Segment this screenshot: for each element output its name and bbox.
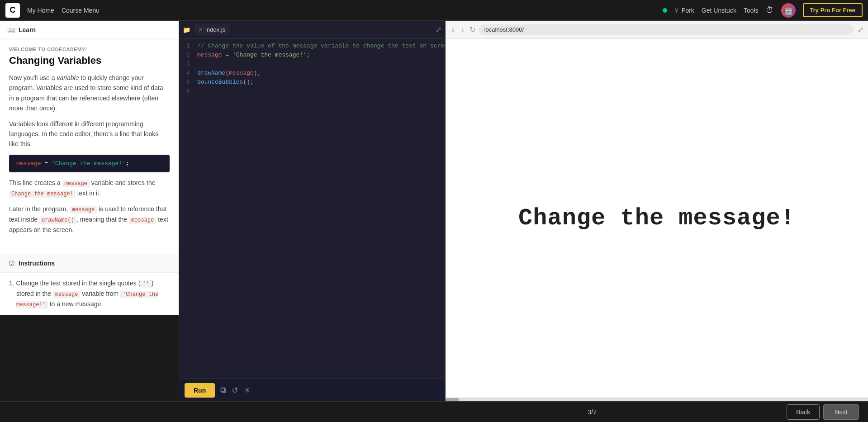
divider	[9, 241, 170, 241]
tools-button[interactable]: Tools	[744, 7, 759, 14]
editor-tabs: 📁 ✕ index.js ⤢	[179, 21, 445, 39]
run-button[interactable]: Run	[185, 383, 215, 398]
clock-icon[interactable]: ⏱	[766, 5, 774, 15]
status-dot	[663, 8, 667, 13]
top-nav: C My Home Course Menu ⑂ Fork Get Unstuck…	[0, 0, 868, 21]
editor-toolbar: Run ⧉ ↺ ✳	[179, 379, 445, 401]
instructions-header: ☑ Instructions	[0, 254, 179, 272]
line-code-2: message = 'Change the message!';	[197, 52, 310, 58]
line-number-5: 5	[179, 79, 197, 85]
line-number-4: 4	[179, 70, 197, 76]
copy-icon[interactable]: ⧉	[220, 385, 226, 395]
preview-scrollbar-thumb[interactable]	[446, 398, 459, 401]
folder-icon[interactable]: 📁	[183, 26, 190, 33]
preview-expand-icon[interactable]: ⤢	[858, 25, 863, 34]
code-line-1: 1 // Change the value of the message var…	[179, 43, 445, 52]
tab-filename: index.js	[205, 26, 225, 33]
preview-back-button[interactable]: ‹	[450, 24, 456, 36]
book-icon: 📖	[7, 26, 15, 33]
editor-tab-indexjs[interactable]: ✕ index.js	[194, 24, 230, 35]
course-menu-link[interactable]: Course Menu	[62, 7, 100, 14]
progress-label: 3/7	[398, 408, 787, 416]
code-editor: 📁 ✕ index.js ⤢ 1 // Change the value of …	[179, 21, 446, 401]
lesson-content: WELCOME TO CODECADEMY! Changing Variable…	[0, 39, 179, 254]
refresh-icon[interactable]: ↺	[232, 385, 238, 395]
preview-scrollbar[interactable]	[446, 398, 868, 401]
code-line-3: 3	[179, 61, 445, 70]
line-number-3: 3	[179, 61, 197, 67]
preview-message: Change the message!	[518, 205, 795, 232]
bottom-bar: 3/7 Back Next	[0, 401, 868, 422]
get-unstuck-button[interactable]: Get Unstuck	[702, 7, 736, 14]
fork-icon: ⑂	[674, 6, 679, 14]
line-number-2: 2	[179, 52, 197, 58]
avatar[interactable]: 🤖	[781, 3, 796, 18]
preview-url-bar[interactable]: localhost:8000/	[479, 24, 854, 35]
tab-close-icon[interactable]: ✕	[199, 27, 203, 33]
code-line-4: 4 drawName(message);	[179, 70, 445, 79]
lesson-paragraph-2: Variables look different in different pr…	[9, 119, 170, 149]
lesson-paragraph-4: Later in the program, message is used to…	[9, 204, 170, 235]
welcome-label: WELCOME TO CODECADEMY!	[9, 47, 170, 52]
code-line-5: 5 bounceBubbles();	[179, 79, 445, 88]
lesson-paragraph-1: Now you'll use a variable to quickly cha…	[9, 73, 170, 114]
expand-editor-icon[interactable]: ⤢	[436, 25, 441, 34]
checkbox-icon: ☑	[9, 260, 15, 267]
line-code-5: bounceBubbles();	[197, 79, 254, 85]
preview-refresh-icon[interactable]: ↻	[470, 25, 475, 34]
code-line-6: 6	[179, 88, 445, 97]
line-number-1: 1	[179, 43, 197, 49]
magic-icon[interactable]: ✳	[244, 385, 251, 395]
lesson-paragraph-3: This line creates a message variable and…	[9, 178, 170, 199]
bottom-nav-buttons: Back Next	[787, 404, 859, 420]
preview-forward-button[interactable]: ›	[460, 24, 465, 36]
preview-body: Change the message!	[446, 39, 868, 398]
lesson-title: Changing Variables	[9, 55, 170, 66]
line-number-6: 6	[179, 88, 197, 95]
line-code-1: // Change the value of the message varia…	[197, 43, 445, 49]
line-code-4: drawName(message);	[197, 70, 261, 76]
learn-label: Learn	[19, 26, 36, 33]
my-home-link[interactable]: My Home	[27, 7, 54, 14]
fork-button[interactable]: ⑂ Fork	[674, 6, 694, 14]
instruction-number: 1.	[9, 280, 16, 287]
main-layout: 📖 Learn WELCOME TO CODECADEMY! Changing …	[0, 21, 868, 401]
code-line-2: 2 message = 'Change the message!';	[179, 52, 445, 61]
preview-section: ‹ › ↻ localhost:8000/ ⤢ Change the messa…	[446, 21, 868, 401]
next-button[interactable]: Next	[823, 404, 859, 420]
instruction-item-1: 1. Change the text stored in the single …	[0, 272, 179, 315]
learn-header: 📖 Learn	[0, 21, 179, 39]
logo[interactable]: C	[5, 3, 20, 18]
example-code-block: message = 'Change the message!';	[9, 155, 170, 172]
preview-header: ‹ › ↻ localhost:8000/ ⤢	[446, 21, 868, 39]
try-pro-button[interactable]: Try Pro For Free	[803, 3, 863, 17]
instructions-label: Instructions	[19, 260, 55, 267]
left-panel: 📖 Learn WELCOME TO CODECADEMY! Changing …	[0, 21, 179, 401]
editor-body[interactable]: 1 // Change the value of the message var…	[179, 39, 445, 379]
back-button[interactable]: Back	[787, 404, 820, 420]
